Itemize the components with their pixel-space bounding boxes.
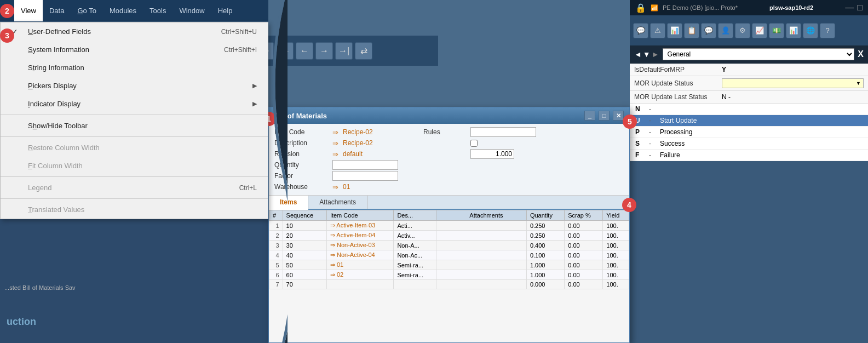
menu-item-goto[interactable]: Go To xyxy=(71,0,102,21)
cell-code xyxy=(326,280,393,289)
menu-system-information[interactable]: System Information Ctrl+Shift+I xyxy=(1,41,268,59)
rules-input[interactable] xyxy=(470,127,536,137)
menu-legend: Legend Ctrl+L xyxy=(1,179,268,197)
quantity-input[interactable] xyxy=(332,160,398,170)
toolbar-icon-12[interactable]: ? xyxy=(820,23,835,38)
bom-titlebar: Bill of Materials _ □ ✕ xyxy=(269,107,629,124)
cell-scrap: 0.00 xyxy=(565,241,603,250)
cell-yield: 100. xyxy=(603,280,629,289)
nav-icon-6[interactable]: ⇄ xyxy=(355,42,372,60)
mor-status-dropdown[interactable]: ▼ xyxy=(722,78,864,88)
table-row[interactable]: 4 40 ⇒ Non-Active-04 Non-Ac... 0.100 0.0… xyxy=(269,250,629,260)
toolbar-icon-2[interactable]: ⚠ xyxy=(650,23,665,38)
option-n-code: N xyxy=(635,105,649,113)
option-f[interactable]: F - Failure xyxy=(630,150,868,161)
menu-item-help[interactable]: Help xyxy=(211,0,239,21)
toolbar-icon-3[interactable]: 📊 xyxy=(667,23,682,38)
nav-icon-2[interactable]: |← xyxy=(276,42,294,60)
menu-item-window[interactable]: Window xyxy=(173,0,211,21)
tab-items[interactable]: Items xyxy=(269,196,308,210)
factor-label: Factor xyxy=(274,171,329,181)
table-row[interactable]: 3 30 ⇒ Non-Active-03 Non-A... 0.400 0.00… xyxy=(269,241,629,250)
toolbar-icon-1[interactable]: 💬 xyxy=(633,23,648,38)
cell-attach xyxy=(436,250,527,260)
tab-attachments[interactable]: Attachments xyxy=(308,196,367,209)
mor-status-label: MOR Update Status xyxy=(634,79,722,87)
menu-indicator-display[interactable]: Indicator Display ▶ xyxy=(1,95,268,113)
cell-num: 3 xyxy=(269,241,283,250)
cell-attach xyxy=(436,280,527,289)
option-p-label: Processing xyxy=(660,128,863,136)
nav-icon-4[interactable]: → xyxy=(315,42,333,60)
cell-num: 6 xyxy=(269,270,283,280)
minimize-icon[interactable]: — xyxy=(845,3,854,13)
factor-input[interactable] xyxy=(332,171,398,181)
option-p[interactable]: P - Processing xyxy=(630,127,868,138)
production-label: uction xyxy=(0,312,268,332)
menu-item-data[interactable]: Data xyxy=(43,0,71,21)
minimize-button[interactable]: _ xyxy=(584,111,595,121)
bom-tabs: Items Attachments xyxy=(269,196,629,210)
menu-item-tools[interactable]: Tools xyxy=(143,0,173,21)
cell-code: ⇒ 02 xyxy=(326,270,393,280)
option-u-dash: - xyxy=(649,117,660,124)
toolbar-icon-5[interactable]: 💬 xyxy=(701,23,716,38)
warehouse-label: Warehouse xyxy=(274,182,329,192)
signal-icon: 📶 xyxy=(651,4,658,12)
nav-icon-5[interactable]: →| xyxy=(335,42,353,60)
nav-right-icon[interactable]: ► xyxy=(652,50,659,59)
table-row[interactable]: 6 60 ⇒ 02 Semi-ra... 1.000 0.00 100. xyxy=(269,270,629,280)
toolbar-icon-10[interactable]: 📊 xyxy=(786,23,801,38)
cell-code: ⇒ Active-Item-03 xyxy=(326,221,393,231)
maximize-button[interactable]: □ xyxy=(599,111,610,121)
item-code-label: Item Code xyxy=(274,127,329,137)
general-select[interactable]: General xyxy=(663,48,855,60)
toolbar-icon-8[interactable]: 📈 xyxy=(752,23,767,38)
table-row[interactable]: 2 20 ⇒ Active-Item-04 Activ... 0.250 0.0… xyxy=(269,231,629,241)
right-fields: IsDefaultForMRP Y MOR Update Status ▼ MO… xyxy=(630,64,868,161)
bom-table-container[interactable]: # Sequence Item Code Des... Attachments … xyxy=(269,210,629,289)
toolbar-icon-11[interactable]: 🌐 xyxy=(803,23,818,38)
bom-title: Bill of Materials xyxy=(274,112,327,120)
nav-icon-3[interactable]: ← xyxy=(296,42,313,60)
toolbar-icon-7[interactable]: ⚙ xyxy=(735,23,750,38)
titlebar-controls: — □ xyxy=(845,3,863,13)
menu-item-modules[interactable]: Modules xyxy=(103,0,143,21)
quantity-right-input[interactable] xyxy=(470,149,514,159)
cell-seq: 40 xyxy=(283,250,326,260)
rules-checkbox[interactable] xyxy=(470,140,478,147)
table-row[interactable]: 7 70 0.000 0.00 100. xyxy=(269,280,629,289)
panel-close-button[interactable]: X xyxy=(858,49,864,59)
toolbar-icon-6[interactable]: 👤 xyxy=(718,23,733,38)
maximize-icon[interactable]: □ xyxy=(857,3,863,13)
cell-yield: 100. xyxy=(603,260,629,270)
lock-icon: 🔒 xyxy=(635,3,646,13)
menu-show-hide-toolbar[interactable]: Show/Hide Toolbar xyxy=(1,117,268,135)
cell-desc: Activ... xyxy=(394,231,436,241)
cell-attach xyxy=(436,260,527,270)
toolbar-icon-4[interactable]: 📋 xyxy=(684,23,699,38)
cell-qty: 0.100 xyxy=(526,250,564,260)
menu-user-defined-fields[interactable]: User-Defined Fields Ctrl+Shift+U xyxy=(1,22,268,41)
option-n[interactable]: N - xyxy=(630,104,868,115)
quantity-label: Quantity xyxy=(274,160,329,170)
table-row[interactable]: 5 50 ⇒ 01 Semi-ra... 1.000 0.00 100. xyxy=(269,260,629,270)
menu-item-view[interactable]: View xyxy=(14,0,43,21)
option-s[interactable]: S - Success xyxy=(630,138,868,150)
menu-string-information[interactable]: String Information xyxy=(1,59,268,77)
menu-pickers-display[interactable]: Pickers Display ▶ xyxy=(1,77,268,95)
table-row[interactable]: 1 10 ⇒ Active-Item-03 Acti... 0.250 0.00… xyxy=(269,221,629,231)
nav-left-icon[interactable]: ◄ xyxy=(634,50,642,59)
cell-code: ⇒ Non-Active-03 xyxy=(326,241,393,250)
nav-down-icon[interactable]: ▼ xyxy=(643,50,651,59)
option-u-label: Start Update xyxy=(660,117,863,124)
menu-translated-values: Translated Values xyxy=(1,201,268,219)
option-u[interactable]: U - Start Update xyxy=(630,115,868,127)
cell-qty: 0.400 xyxy=(526,241,564,250)
close-button[interactable]: ✕ xyxy=(613,111,624,121)
cell-num: 1 xyxy=(269,221,283,231)
toolbar-icon-9[interactable]: 💵 xyxy=(769,23,784,38)
cell-desc: Semi-ra... xyxy=(394,260,436,270)
right-titlebar: 🔒 📶 PE Demo (GB) [pio... Proto* plsw-sap… xyxy=(630,0,868,15)
cell-desc: Non-A... xyxy=(394,241,436,250)
